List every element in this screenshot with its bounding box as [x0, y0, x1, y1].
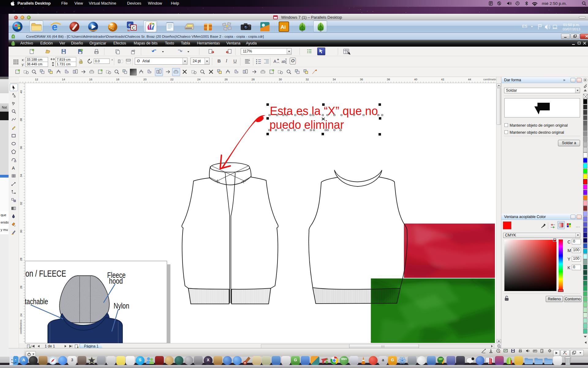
svg-text:TA: TA	[127, 29, 130, 32]
svg-text:A: A	[273, 59, 277, 64]
svg-text:Nylon: Nylon	[114, 301, 129, 310]
svg-text:tachable: tachable	[25, 297, 48, 306]
svg-text:Ai: Ai	[281, 24, 286, 30]
svg-text:puedo eliminar: puedo eliminar	[270, 118, 344, 131]
svg-text:A: A	[12, 166, 15, 171]
svg-text:hood: hood	[109, 276, 123, 286]
svg-text:lon / FLEECE: lon / FLEECE	[25, 269, 66, 278]
svg-text:ab: ab	[281, 59, 286, 64]
svg-text:C: C	[132, 25, 135, 30]
svg-text:mié 2:50 p.m.: mié 2:50 p.m.	[542, 1, 567, 6]
